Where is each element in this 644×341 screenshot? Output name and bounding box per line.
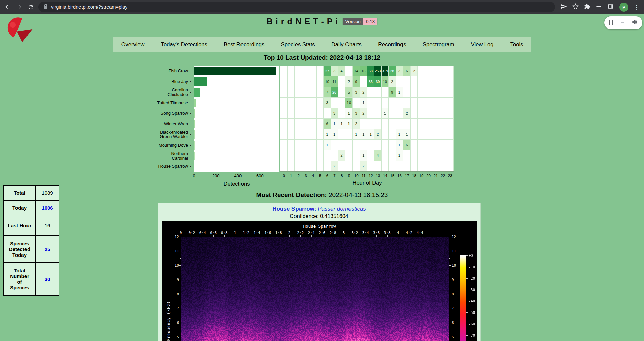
freq-tick-label-left: 5 (169, 335, 179, 339)
heatmap-cell (418, 150, 425, 161)
time-tick-mark (203, 235, 203, 237)
profile-avatar[interactable]: P (619, 3, 628, 12)
detection-card: House Sparrow: Passer domesticus Confide… (158, 203, 481, 341)
heatmap-cell (317, 76, 324, 87)
heatmap-cell (302, 108, 310, 119)
freq-tick-mark (449, 337, 451, 337)
heatmap-cell (439, 129, 447, 139)
stats-row: Total Number of Species30 (4, 263, 59, 295)
heatmap-cell: 253 (374, 66, 382, 76)
bookmark-star-icon[interactable] (572, 3, 579, 11)
address-bar[interactable]: virginia.birdnetpi.com/?stream=play (38, 2, 555, 12)
main-nav: OverviewToday's DetectionsBest Recording… (113, 37, 531, 52)
nav-item[interactable]: Species Stats (278, 41, 318, 48)
freq-minor-tick-mark (449, 273, 450, 273)
heatmap-cell (439, 119, 447, 129)
volume-icon[interactable] (632, 19, 638, 26)
stats-value-link[interactable]: 25 (36, 236, 59, 263)
nav-item[interactable]: Tools (507, 41, 526, 48)
freq-tick-label-right: 8 (452, 292, 454, 296)
bar-row (194, 108, 279, 119)
heatmap-cell: 1 (403, 129, 411, 139)
stats-value-link[interactable]: 30 (36, 263, 59, 295)
heatmap-cell (446, 98, 454, 108)
browser-toolbar: virginia.birdnetpi.com/?stream=play P ⋮ (0, 0, 644, 14)
heatmap-cell (331, 140, 338, 150)
bar-row (194, 76, 279, 87)
reload-button[interactable] (25, 1, 36, 13)
nav-item[interactable]: Daily Charts (329, 41, 364, 48)
nav-item[interactable]: Overview (119, 41, 147, 48)
forward-button[interactable] (13, 1, 25, 13)
hour-tick-label: 1 (290, 174, 292, 178)
heatmap-cell (331, 98, 338, 108)
heatmap-cell (309, 119, 317, 129)
heatmap-cell (317, 150, 324, 161)
heatmap-cell (367, 98, 374, 108)
heatmap-cell (432, 150, 439, 161)
detection-count-bar (194, 141, 195, 150)
stats-table: Total1089Today1006Last Hour16Species Det… (3, 185, 59, 296)
heatmap-cell: 1 (396, 150, 404, 161)
hour-tick-label: 9 (348, 174, 350, 178)
heatmap-cell (280, 161, 288, 171)
nav-item[interactable]: View Log (468, 41, 496, 48)
reading-list-icon[interactable] (596, 3, 602, 11)
heatmap-cell (367, 108, 374, 119)
nav-item[interactable]: Recordings (375, 41, 409, 48)
heatmap-cell: 6 (403, 140, 411, 150)
species-axis-row: Northern Cardinal (147, 151, 191, 161)
time-tick-label: 1·2 (243, 231, 249, 235)
freq-minor-tick-mark (180, 287, 181, 287)
top10-heading: Top 10 Last Updated: 2022-04-13 18:12 (0, 54, 644, 61)
heatmap-cell: 1 (396, 129, 404, 139)
heatmap-cell (374, 119, 382, 129)
colorbar (460, 255, 466, 341)
time-tick-label: 3·8 (384, 231, 391, 235)
heatmap-cell (345, 140, 353, 150)
heatmap-cell (446, 140, 454, 150)
time-tick-label: 4·2 (406, 231, 412, 235)
heatmap-cell: 2 (389, 76, 396, 87)
freq-tick-mark (179, 337, 181, 337)
heatmap-cell (374, 161, 382, 171)
heatmap-cell: 9 (389, 87, 396, 98)
heatmap-cell: 1 (353, 129, 360, 139)
heatmap-cell (425, 76, 432, 87)
nav-item[interactable]: Best Recordings (221, 41, 267, 48)
freq-tick-mark (449, 280, 451, 280)
side-panel-icon[interactable] (607, 3, 614, 11)
heatmap-cell: 1 (331, 119, 338, 129)
heatmap-cell (324, 108, 331, 119)
pause-button[interactable] (609, 20, 613, 25)
back-button[interactable] (2, 1, 13, 13)
freq-tick-mark (179, 265, 181, 266)
time-tick-label: 2·8 (330, 231, 336, 235)
hour-tick-label: 21 (434, 174, 438, 178)
nav-item[interactable]: Today's Detections (158, 41, 210, 48)
time-tick-mark (235, 235, 235, 237)
heatmap-cell (309, 76, 317, 87)
heatmap-cell (309, 87, 317, 98)
heatmap-cell (288, 98, 295, 108)
heatmap-cell (411, 108, 418, 119)
heatmap-cell (439, 140, 447, 150)
stats-value-link[interactable]: 1006 (36, 200, 59, 215)
hour-tick-label: 22 (441, 174, 445, 178)
heatmap-cell (338, 76, 345, 87)
heatmap-cell: 11 (331, 76, 338, 87)
detection-scientific-name: Passer domesticus (318, 206, 366, 212)
extensions-icon[interactable] (584, 3, 590, 11)
menu-dots-icon[interactable]: ⋮ (634, 4, 639, 10)
freq-tick-label-left: 8 (169, 292, 179, 296)
time-tick-mark (289, 235, 290, 237)
heatmap-cell: 1 (338, 119, 345, 129)
heatmap-cell (295, 129, 302, 139)
heatmap-cell (446, 119, 454, 129)
db-tick-label: -70 (469, 333, 475, 337)
heatmap-cell: 7 (324, 87, 331, 98)
nav-item[interactable]: Spectrogram (420, 41, 457, 48)
send-to-device-icon[interactable] (560, 3, 567, 11)
heatmap-cell (280, 98, 288, 108)
heatmap-cell (367, 87, 374, 98)
